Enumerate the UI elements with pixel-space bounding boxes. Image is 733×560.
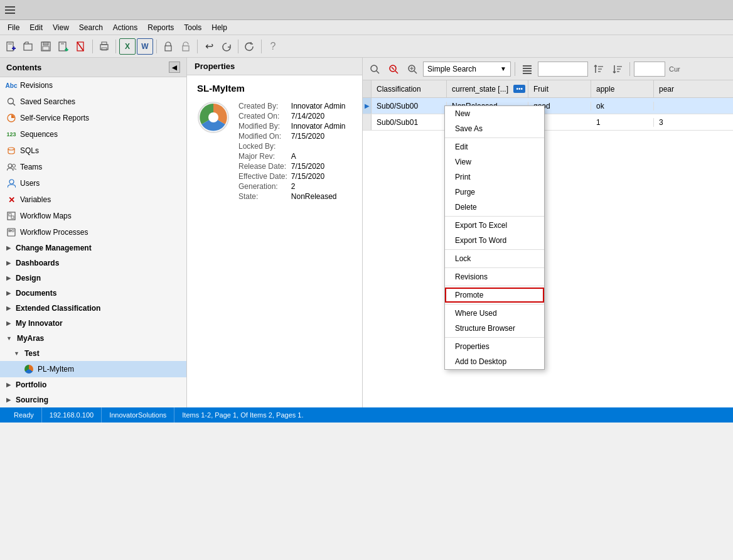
sidebar-item-self-service-reports[interactable]: Self-Service Reports <box>0 110 186 126</box>
toolbar-sep4 <box>197 40 198 53</box>
menu-actions[interactable]: Actions <box>108 22 142 33</box>
teams-icon <box>6 162 16 172</box>
saveas-button[interactable] <box>55 38 72 55</box>
portfolio-arrow: ▶ <box>6 382 11 388</box>
prop-label-created-on: Created On: <box>238 112 279 121</box>
extended-classification-arrow: ▶ <box>6 305 11 311</box>
sidebar-item-users[interactable]: Users <box>0 175 186 191</box>
context-menu-promote[interactable]: Promote <box>445 288 544 303</box>
lock-button[interactable] <box>160 38 176 55</box>
sidebar-item-revisions[interactable]: Abc Revisions <box>0 77 186 94</box>
page-number-input[interactable] <box>634 62 665 77</box>
sidebar-group-extended-classification-label: Extended Classification <box>16 304 100 313</box>
delete-button[interactable] <box>73 38 89 55</box>
menu-edit[interactable]: Edit <box>24 22 48 33</box>
new-button[interactable] <box>3 38 19 55</box>
sidebar-group-portfolio[interactable]: ▶ Portfolio <box>0 377 186 392</box>
col-header-current-state[interactable]: current_state [...] ••• <box>447 80 528 97</box>
context-menu-sep3 <box>445 249 544 250</box>
list-view-button[interactable] <box>519 61 535 77</box>
sidebar-item-variables-label: Variables <box>20 195 51 204</box>
sidebar-item-teams[interactable]: Teams <box>0 159 186 175</box>
context-menu-structure-browser[interactable]: Structure Browser <box>445 321 544 336</box>
context-menu-export-word[interactable]: Export To Word <box>445 233 544 248</box>
menu-search[interactable]: Search <box>74 22 108 33</box>
menu-view[interactable]: View <box>48 22 74 33</box>
context-menu-view[interactable]: View <box>445 154 544 170</box>
open-button[interactable] <box>20 38 36 55</box>
sort-desc-button[interactable] <box>609 61 626 77</box>
sidebar-group-documents[interactable]: ▶ Documents <box>0 286 186 301</box>
sidebar-item-sqls[interactable]: SQLs <box>0 143 186 159</box>
col-options-button[interactable]: ••• <box>513 85 525 93</box>
help-button[interactable]: ? <box>265 38 281 55</box>
cell-apple-2: 1 <box>591 118 654 127</box>
context-menu-where-used[interactable]: Where Used <box>445 306 544 321</box>
sidebar-group-extended-classification[interactable]: ▶ Extended Classification <box>0 301 186 316</box>
svg-point-25 <box>12 164 15 167</box>
context-menu-delete[interactable]: Delete <box>445 200 544 215</box>
col-header-pear[interactable]: pear <box>654 80 717 97</box>
svg-line-14 <box>77 42 83 51</box>
redo-button[interactable] <box>218 38 235 55</box>
context-menu: New Save As Edit View Print Purge Delete… <box>444 105 545 370</box>
search-button[interactable] <box>366 61 383 77</box>
sidebar-group-my-innovator[interactable]: ▶ My Innovator <box>0 316 186 331</box>
menu-help[interactable]: Help <box>206 22 232 33</box>
menu-icon[interactable] <box>5 4 18 16</box>
svg-line-21 <box>13 104 16 106</box>
word-button[interactable]: W <box>137 38 153 55</box>
sidebar-item-revisions-label: Revisions <box>20 81 53 90</box>
print-button[interactable] <box>96 38 112 55</box>
unlock-button[interactable] <box>178 38 194 55</box>
context-menu-revisions[interactable]: Revisions <box>445 269 544 284</box>
context-menu-purge[interactable]: Purge <box>445 185 544 200</box>
col-header-fruit[interactable]: Fruit <box>528 80 591 97</box>
search-type-dropdown[interactable]: Simple Search ▼ <box>423 62 511 77</box>
sidebar-item-variables[interactable]: ✕ Variables <box>0 191 186 208</box>
col-header-apple[interactable]: apple <box>591 80 654 97</box>
sidebar-group-dashboards[interactable]: ▶ Dashboards <box>0 256 186 271</box>
context-menu-sep5 <box>445 286 544 286</box>
table-row[interactable]: ▶ Sub0/Sub00 NonReleased good ok <box>363 98 733 114</box>
sidebar-group-myaras-label: MyAras <box>17 334 44 343</box>
context-menu-save-as[interactable]: Save As <box>445 121 544 136</box>
menu-tools[interactable]: Tools <box>179 22 206 33</box>
context-menu-lock[interactable]: Lock <box>445 251 544 266</box>
col-header-classification[interactable]: Classification <box>372 80 447 97</box>
sidebar-group-test[interactable]: ▼ Test <box>0 346 186 361</box>
clear-search-button[interactable] <box>385 61 402 77</box>
menu-reports[interactable]: Reports <box>142 22 179 33</box>
context-menu-new[interactable]: New <box>445 106 544 121</box>
sidebar-item-sqls-label: SQLs <box>20 146 39 155</box>
undo-button[interactable]: ↩ <box>201 38 217 55</box>
search-input[interactable] <box>538 62 588 77</box>
design-arrow: ▶ <box>6 275 11 281</box>
sidebar-item-saved-searches[interactable]: Saved Searches <box>0 94 186 110</box>
sidebar-group-design[interactable]: ▶ Design <box>0 271 186 286</box>
context-menu-export-excel[interactable]: Export To Excel <box>445 218 544 233</box>
sidebar-item-pl-myitem[interactable]: PL-MyItem <box>0 361 186 377</box>
saved-search-button[interactable] <box>404 61 420 77</box>
context-menu-edit[interactable]: Edit <box>445 139 544 154</box>
context-menu-properties[interactable]: Properties <box>445 339 544 354</box>
svg-rect-31 <box>9 230 11 232</box>
sidebar-item-sequences[interactable]: 123 Sequences <box>0 126 186 143</box>
sidebar-collapse-button[interactable]: ◀ <box>169 62 180 73</box>
prop-value-created-by: Innovator Admin <box>291 102 346 110</box>
table-row[interactable]: Sub0/Sub01 1 3 <box>363 114 733 131</box>
menu-file[interactable]: File <box>3 22 24 33</box>
toolbar-sep2 <box>115 40 116 53</box>
refresh-button[interactable] <box>242 38 258 55</box>
sort-asc-button[interactable] <box>591 61 607 77</box>
context-menu-print[interactable]: Print <box>445 170 544 185</box>
sidebar-group-change-management[interactable]: ▶ Change Management <box>0 240 186 256</box>
svg-rect-6 <box>43 42 48 45</box>
context-menu-add-to-desktop[interactable]: Add to Desktop <box>445 354 544 369</box>
sidebar-item-workflow-maps[interactable]: Workflow Maps <box>0 208 186 224</box>
sidebar-item-workflow-processes[interactable]: Workflow Processes <box>0 224 186 240</box>
save-button[interactable] <box>38 38 54 55</box>
sidebar-group-sourcing[interactable]: ▶ Sourcing <box>0 392 186 407</box>
sidebar-group-myaras[interactable]: ▼ MyAras <box>0 331 186 346</box>
excel-button[interactable]: X <box>119 38 136 55</box>
